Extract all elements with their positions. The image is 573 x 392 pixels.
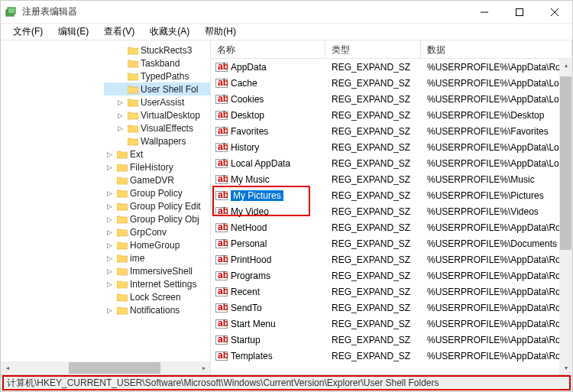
expand-icon[interactable]: ▷ [104, 149, 115, 160]
svg-text:ab: ab [218, 174, 228, 184]
menu-help[interactable]: 帮助(H) [197, 24, 244, 40]
string-value-icon: ab [215, 142, 228, 153]
list-row[interactable]: abTemplatesREG_EXPAND_SZ%USERPROFILE%\Ap… [211, 348, 572, 364]
svg-text:ab: ab [218, 158, 228, 168]
list-row[interactable]: abAppDataREG_EXPAND_SZ%USERPROFILE%\AppD… [211, 59, 572, 75]
svg-text:ab: ab [218, 142, 228, 152]
list-row[interactable]: abLocal AppDataREG_EXPAND_SZ%USERPROFILE… [211, 155, 572, 171]
tree-item[interactable]: ▷Notifications [104, 303, 210, 316]
close-button[interactable] [537, 1, 572, 24]
tree-item[interactable]: ▷VisualEffects [104, 121, 210, 134]
expand-icon[interactable]: ▷ [115, 110, 125, 121]
minimize-button[interactable] [467, 1, 502, 24]
list-vertical-scrollbar[interactable]: ▴ ▾ [559, 59, 572, 374]
scroll-down-icon[interactable]: ▾ [559, 361, 572, 374]
tree-item[interactable]: ▷Internet Settings [104, 277, 210, 290]
list-row[interactable]: abHistoryREG_EXPAND_SZ%USERPROFILE%\AppD… [211, 139, 572, 155]
menu-view[interactable]: 查看(V) [96, 24, 142, 40]
list-row[interactable]: abFavoritesREG_EXPAND_SZ%USERPROFILE%\Fa… [211, 123, 572, 139]
expand-icon[interactable]: ▷ [104, 201, 115, 212]
expand-icon[interactable]: ▷ [104, 305, 115, 316]
value-name: My Music [231, 174, 325, 185]
menu-file[interactable]: 文件(F) [5, 24, 50, 40]
expand-placeholder [115, 71, 125, 82]
scrollbar-thumb[interactable] [69, 362, 160, 374]
list-row[interactable]: abMy PicturesREG_EXPAND_SZ%USERPROFILE%\… [211, 187, 572, 203]
column-header-name[interactable]: 名称 [211, 40, 325, 58]
expand-icon[interactable]: ▷ [104, 188, 115, 199]
value-data: %USERPROFILE%\AppData\Roamin [421, 271, 572, 281]
tree-item-label: Taskband [141, 58, 180, 69]
expand-placeholder [115, 136, 125, 147]
value-data: %USERPROFILE%\AppData\Local\M [421, 78, 572, 89]
tree-pane[interactable]: StuckRects3TaskbandTypedPathsUser Shell … [1, 40, 211, 374]
folder-icon [117, 202, 128, 211]
tree-item-label: Group Policy Edit [130, 201, 201, 212]
expand-icon[interactable]: ▷ [115, 123, 125, 134]
tree-item[interactable]: Taskband [104, 57, 210, 70]
list-row[interactable]: abRecentREG_EXPAND_SZ%USERPROFILE%\AppDa… [211, 283, 572, 300]
tree-item[interactable]: ▷VirtualDesktop [104, 109, 210, 121]
list-row[interactable]: abCacheREG_EXPAND_SZ%USERPROFILE%\AppDat… [211, 75, 572, 91]
expand-icon[interactable]: ▷ [104, 162, 115, 173]
list-row[interactable]: abCookiesREG_EXPAND_SZ%USERPROFILE%\AppD… [211, 91, 572, 107]
value-name: NetHood [231, 222, 325, 233]
folder-icon [117, 241, 128, 250]
list-row[interactable]: abProgramsREG_EXPAND_SZ%USERPROFILE%\App… [211, 267, 572, 283]
expand-icon[interactable]: ▷ [104, 214, 115, 225]
string-value-icon: ab [215, 206, 228, 217]
menu-edit[interactable]: 编辑(E) [50, 24, 96, 40]
svg-text:ab: ab [218, 78, 228, 88]
scroll-left-icon[interactable]: ◂ [1, 361, 14, 374]
list-row[interactable]: abNetHoodREG_EXPAND_SZ%USERPROFILE%\AppD… [211, 219, 572, 235]
folder-icon [117, 267, 128, 276]
value-type: REG_EXPAND_SZ [325, 287, 421, 297]
list-row[interactable]: abPrintHoodREG_EXPAND_SZ%USERPROFILE%\Ap… [211, 251, 572, 267]
svg-text:ab: ab [218, 287, 228, 296]
list-pane[interactable]: 名称 类型 数据 abAppDataREG_EXPAND_SZ%USERPROF… [211, 40, 572, 374]
maximize-button[interactable] [502, 1, 537, 24]
expand-icon[interactable]: ▷ [104, 279, 115, 290]
column-header-type[interactable]: 类型 [325, 40, 421, 58]
expand-icon[interactable]: ▷ [104, 266, 115, 277]
list-row[interactable]: abMy VideoREG_EXPAND_SZ%USERPROFILE%\Vid… [211, 203, 572, 219]
tree-item[interactable]: TypedPaths [104, 70, 210, 83]
list-row[interactable]: abStart MenuREG_EXPAND_SZ%USERPROFILE%\A… [211, 316, 572, 332]
tree-item[interactable]: ▷HomeGroup [104, 238, 210, 251]
tree-horizontal-scrollbar[interactable]: ◂ ▸ [1, 361, 210, 374]
scroll-up-icon[interactable]: ▴ [559, 59, 572, 72]
tree-item[interactable]: ▷Ext [104, 147, 210, 160]
list-row[interactable]: abPersonalREG_EXPAND_SZ%USERPROFILE%\Doc… [211, 235, 572, 251]
value-name: My Pictures [231, 190, 325, 201]
folder-icon [128, 98, 138, 107]
expand-icon[interactable]: ▷ [104, 227, 115, 238]
tree-item[interactable]: Wallpapers [104, 134, 210, 147]
menu-favorites[interactable]: 收藏夹(A) [142, 24, 197, 40]
value-data: %USERPROFILE%\AppData\Local [421, 158, 572, 169]
tree-item[interactable]: ▷Group Policy [104, 186, 210, 199]
tree-item[interactable]: GameDVR [104, 173, 210, 186]
expand-icon[interactable]: ▷ [104, 253, 115, 264]
tree-item[interactable]: ▷UserAssist [104, 96, 210, 109]
tree-item[interactable]: ▷GrpConv [104, 225, 210, 238]
svg-rect-1 [8, 8, 15, 14]
tree-item[interactable]: Lock Screen [104, 290, 210, 303]
tree-item[interactable]: ▷FileHistory [104, 160, 210, 173]
tree-item[interactable]: ▷ImmersiveShell [104, 264, 210, 277]
titlebar[interactable]: 注册表编辑器 [1, 1, 572, 24]
tree-item[interactable]: User Shell Fol [104, 83, 210, 96]
list-row[interactable]: abStartupREG_EXPAND_SZ%USERPROFILE%\AppD… [211, 332, 572, 348]
tree-item[interactable]: ▷Group Policy Obj [104, 212, 210, 225]
expand-icon[interactable]: ▷ [104, 240, 115, 251]
tree-item[interactable]: ▷ime [104, 251, 210, 264]
list-row[interactable]: abSendToREG_EXPAND_SZ%USERPROFILE%\AppDa… [211, 300, 572, 316]
value-name: Desktop [231, 110, 325, 121]
list-row[interactable]: abDesktopREG_EXPAND_SZ%USERPROFILE%\Desk… [211, 107, 572, 123]
tree-item[interactable]: ▷Group Policy Edit [104, 199, 210, 212]
expand-icon[interactable]: ▷ [115, 97, 125, 108]
scroll-right-icon[interactable]: ▸ [197, 361, 210, 374]
list-row[interactable]: abMy MusicREG_EXPAND_SZ%USERPROFILE%\Mus… [211, 171, 572, 187]
column-header-data[interactable]: 数据 [421, 40, 572, 58]
scrollbar-thumb[interactable] [560, 76, 571, 250]
tree-item[interactable]: StuckRects3 [104, 44, 210, 57]
